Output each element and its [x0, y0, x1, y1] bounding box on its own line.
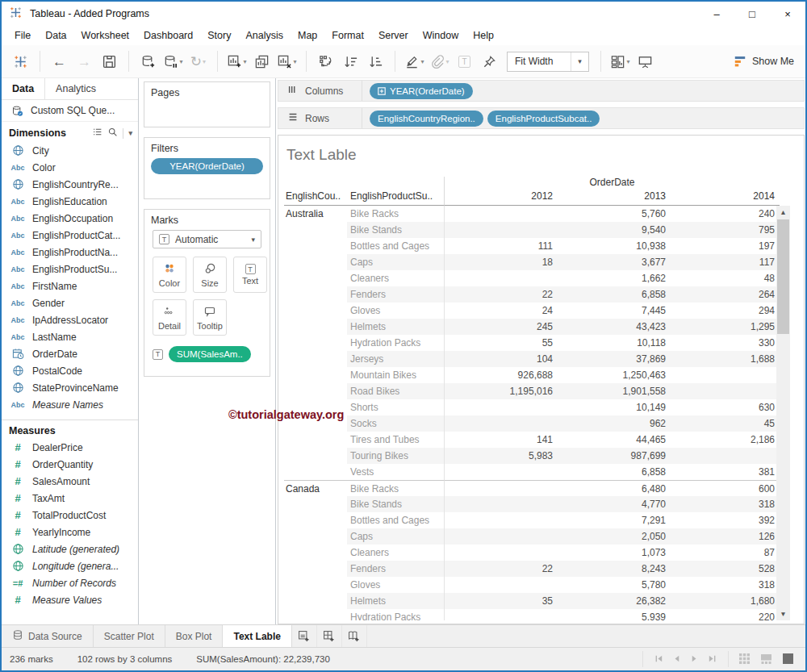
subcategory-cell[interactable]: Gloves: [347, 303, 445, 319]
mark-button-size[interactable]: Size: [193, 257, 227, 293]
value-cell[interactable]: [445, 399, 558, 415]
measure-longitude-genera[interactable]: Longitude (genera...: [2, 557, 138, 574]
subcategory-cell[interactable]: Vests: [347, 464, 445, 480]
subcategory-cell[interactable]: Cleaners: [347, 545, 445, 561]
value-cell[interactable]: 8,243: [558, 561, 671, 577]
subcategory-cell[interactable]: Bike Stands: [347, 496, 445, 512]
value-cell[interactable]: 220: [671, 609, 780, 620]
show-sheet-view-button[interactable]: [782, 653, 794, 666]
value-cell[interactable]: 600: [671, 480, 780, 497]
menu-dashboard[interactable]: Dashboard: [136, 27, 200, 44]
value-cell[interactable]: 10,938: [558, 238, 671, 254]
menu-map[interactable]: Map: [291, 27, 324, 44]
subcategory-cell[interactable]: Hydration Packs: [347, 335, 445, 351]
subcategory-cell[interactable]: Mountain Bikes: [347, 367, 445, 383]
value-cell[interactable]: 48: [671, 270, 780, 286]
measure-dealerprice[interactable]: #DealerPrice: [2, 439, 138, 456]
value-cell[interactable]: [445, 270, 558, 286]
subcategory-cell[interactable]: Fenders: [347, 286, 445, 303]
value-cell[interactable]: 264: [671, 286, 780, 303]
mark-type-dropdown[interactable]: T Automatic ▾: [153, 230, 261, 248]
close-button[interactable]: ×: [770, 2, 805, 26]
value-cell[interactable]: 7,291: [558, 512, 671, 528]
pages-card[interactable]: Pages: [144, 81, 270, 127]
minimize-button[interactable]: –: [699, 2, 734, 26]
pane-tab-data[interactable]: Data: [2, 78, 45, 99]
subcategory-cell[interactable]: Caps: [347, 254, 445, 270]
measure-taxamt[interactable]: #TaxAmt: [2, 490, 138, 507]
value-cell[interactable]: 1,295: [671, 319, 780, 335]
value-cell[interactable]: [445, 496, 558, 512]
value-cell[interactable]: 245: [445, 319, 558, 335]
value-cell[interactable]: [445, 464, 558, 480]
value-cell[interactable]: [671, 383, 780, 399]
value-cell[interactable]: [445, 512, 558, 528]
menu-file[interactable]: File: [7, 27, 38, 44]
subcategory-cell[interactable]: Jerseys: [347, 351, 445, 367]
value-cell[interactable]: 117: [671, 254, 780, 270]
value-cell[interactable]: 10,149: [558, 399, 671, 415]
country-column-header[interactable]: EnglishCou..: [284, 190, 347, 206]
dimension-englishcountryre[interactable]: EnglishCountryRe...: [2, 176, 138, 193]
value-cell[interactable]: 392: [671, 512, 780, 528]
value-cell[interactable]: 37,869: [558, 351, 671, 367]
value-cell[interactable]: 5,760: [558, 206, 671, 222]
next-record-button[interactable]: [690, 654, 699, 665]
chevron-down-icon[interactable]: ▾: [128, 129, 132, 137]
value-cell[interactable]: 318: [671, 577, 780, 593]
menu-analysis[interactable]: Analysis: [238, 27, 291, 44]
new-dashboard-tab-button[interactable]: [317, 625, 342, 647]
pause-auto-updates-button[interactable]: ▾: [162, 49, 184, 73]
value-cell[interactable]: [445, 545, 558, 561]
dimension-englisheducation[interactable]: AbcEnglishEducation: [2, 193, 138, 210]
value-cell[interactable]: 318: [671, 496, 780, 512]
dimension-color[interactable]: AbcColor: [2, 159, 138, 176]
scroll-down-button[interactable]: ▼: [776, 607, 790, 620]
dimension-postalcode[interactable]: PostalCode: [2, 362, 138, 379]
fit-selector[interactable]: Fit Width▾: [507, 52, 589, 72]
value-cell[interactable]: 6,858: [558, 286, 671, 303]
value-cell[interactable]: 5,983: [445, 448, 558, 464]
subcategory-cell[interactable]: Bottles and Cages: [347, 238, 445, 254]
dimension-orderdate[interactable]: OrderDate: [2, 345, 138, 362]
dimension-firstname[interactable]: AbcFirstName: [2, 278, 138, 294]
sheet-tab-box-plot[interactable]: Box Plot: [165, 625, 224, 647]
menu-data[interactable]: Data: [38, 27, 73, 44]
filter-pill-year-orderdate[interactable]: YEAR(OrderDate): [151, 158, 263, 174]
first-record-button[interactable]: [654, 654, 663, 665]
year-column-header[interactable]: 2012: [445, 190, 558, 206]
subcategory-cell[interactable]: Cleaners: [347, 270, 445, 286]
show-filmstrip-view-button[interactable]: [760, 653, 772, 666]
value-cell[interactable]: 10,118: [558, 335, 671, 351]
show-me-button[interactable]: Show Me: [734, 55, 794, 68]
subcategory-cell[interactable]: Fenders: [347, 561, 445, 577]
fix-axes-button[interactable]: [479, 49, 500, 73]
subcategory-cell[interactable]: Socks: [347, 415, 445, 432]
subcategory-cell[interactable]: Bottles and Cages: [347, 512, 445, 528]
subcategory-column-header[interactable]: EnglishProductSu..: [347, 190, 445, 206]
subcategory-cell[interactable]: Helmets: [347, 319, 445, 335]
scroll-up-button[interactable]: ▲: [776, 206, 790, 219]
rows-shelf[interactable]: Rows EnglishCountryRegion..EnglishProduc…: [278, 107, 805, 129]
connection-row[interactable]: Custom SQL Que...: [2, 100, 138, 122]
subcategory-cell[interactable]: Bike Stands: [347, 222, 445, 238]
value-cell[interactable]: 126: [671, 528, 780, 545]
measure-measure-values[interactable]: #Measure Values: [2, 591, 138, 608]
year-column-header[interactable]: 2014: [671, 190, 780, 206]
dimension-englishproductna[interactable]: AbcEnglishProductNa...: [2, 244, 138, 261]
value-cell[interactable]: 111: [445, 238, 558, 254]
subcategory-cell[interactable]: Shorts: [347, 399, 445, 415]
dimension-englishoccupation[interactable]: AbcEnglishOccupation: [2, 210, 138, 227]
value-cell[interactable]: 987,699: [558, 448, 671, 464]
value-cell[interactable]: 381: [671, 464, 780, 480]
mark-pill-sum-salesam[interactable]: SUM(SalesAm..: [169, 346, 251, 362]
scrollbar-thumb[interactable]: [777, 219, 789, 334]
value-cell[interactable]: 5,939: [558, 609, 671, 620]
value-cell[interactable]: 1,901,558: [558, 383, 671, 399]
menu-server[interactable]: Server: [371, 27, 416, 44]
value-cell[interactable]: 962: [558, 415, 671, 432]
measure-yearlyincome[interactable]: #YearlyIncome: [2, 524, 138, 541]
value-cell[interactable]: 926,688: [445, 367, 558, 383]
year-column-header[interactable]: 2013: [558, 190, 671, 206]
value-cell[interactable]: 7,445: [558, 303, 671, 319]
